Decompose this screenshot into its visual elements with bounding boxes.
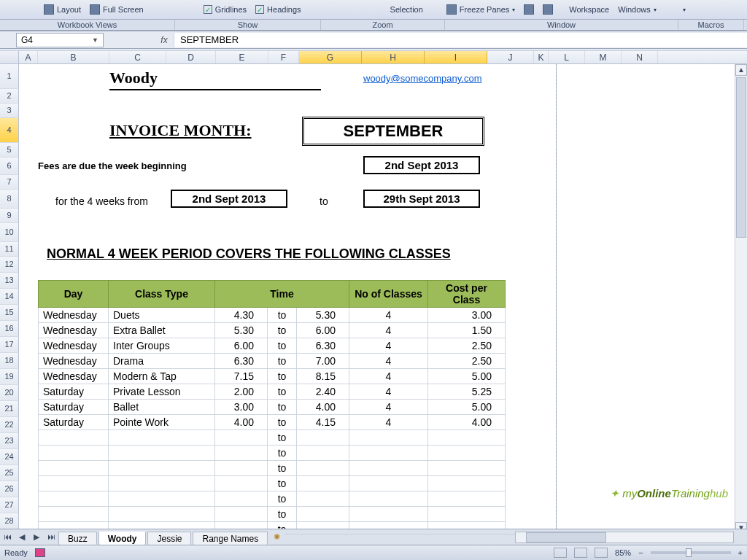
table-row[interactable]: to	[39, 461, 506, 476]
table-cell[interactable]	[349, 491, 428, 507]
table-cell[interactable]: 5.00	[428, 369, 506, 384]
col-header-K[interactable]: K	[534, 51, 549, 63]
table-cell[interactable]: 6.30	[215, 354, 268, 369]
row-header-19[interactable]: 19	[0, 369, 19, 385]
table-cell[interactable]	[39, 430, 109, 446]
table-cell[interactable]: 4.00	[215, 415, 268, 430]
table-cell[interactable]: 7.00	[297, 354, 349, 369]
table-cell[interactable]	[39, 491, 109, 507]
table-cell[interactable]: 2.50	[428, 354, 506, 369]
table-cell[interactable]	[349, 446, 428, 461]
fullscreen-button[interactable]: Full Screen	[85, 3, 148, 16]
row-header-7[interactable]: 7	[0, 175, 19, 190]
table-cell[interactable]: Wednesday	[39, 338, 109, 354]
col-header-D[interactable]: D	[166, 51, 216, 63]
table-cell[interactable]	[109, 461, 215, 476]
table-cell[interactable]	[428, 461, 506, 476]
table-cell[interactable]: 4.00	[428, 415, 506, 430]
row-header-14[interactable]: 14	[0, 289, 19, 305]
table-cell[interactable]: 5.30	[297, 308, 349, 323]
table-cell[interactable]: Saturday	[39, 384, 109, 400]
layout-button[interactable]: Layout	[39, 3, 85, 16]
table-cell[interactable]	[349, 430, 428, 446]
table-cell[interactable]: 4	[349, 308, 428, 323]
table-row[interactable]: to	[39, 446, 506, 461]
row-header-26[interactable]: 26	[0, 481, 19, 497]
col-header-A[interactable]: A	[19, 51, 38, 63]
table-cell[interactable]: Wednesday	[39, 323, 109, 338]
table-cell[interactable]: to	[268, 308, 297, 323]
row-header-21[interactable]: 21	[0, 401, 19, 417]
hscroll-thumb[interactable]	[526, 532, 606, 542]
table-cell[interactable]: 1.50	[428, 323, 506, 338]
hide-button[interactable]	[538, 3, 557, 16]
table-cell[interactable]: 5.30	[215, 323, 268, 338]
table-cell[interactable]: 6.30	[297, 338, 349, 354]
table-cell[interactable]: 4	[349, 369, 428, 384]
table-row[interactable]: WednesdayInter Groups6.00to6.3042.50	[39, 338, 506, 354]
table-cell[interactable]: to	[268, 415, 297, 430]
table-cell[interactable]	[215, 491, 268, 507]
sheet-grid[interactable]: ▲ ▼ Woody woody@somecompany.com INVOICE …	[0, 64, 747, 534]
table-row[interactable]: to	[39, 430, 506, 446]
row-header-15[interactable]: 15	[0, 305, 19, 321]
row-header-27[interactable]: 27	[0, 497, 19, 513]
table-cell[interactable]	[39, 507, 109, 522]
sheet-tab-jessie[interactable]: Jessie	[147, 532, 191, 545]
gridlines-toggle[interactable]: ✓Gridlines	[199, 4, 251, 15]
zoom-out-button[interactable]: −	[638, 548, 643, 557]
workspace-button[interactable]: Workspace	[565, 4, 614, 15]
tab-last-icon[interactable]: ⏭	[44, 530, 58, 543]
row-header-10[interactable]: 10	[0, 223, 19, 242]
table-cell[interactable]: 4	[349, 384, 428, 400]
table-cell[interactable]	[349, 476, 428, 491]
table-cell[interactable]: to	[268, 476, 297, 491]
column-headers[interactable]: ABCDEFGHIJKLMN	[0, 51, 747, 64]
sheet-tab-buzz[interactable]: Buzz	[58, 532, 97, 545]
normal-view-button[interactable]	[554, 548, 567, 558]
col-header-L[interactable]: L	[549, 51, 585, 63]
col-header-J[interactable]: J	[487, 51, 534, 63]
row-header-1[interactable]: 1	[0, 64, 19, 89]
table-cell[interactable]: 4.00	[297, 400, 349, 415]
table-cell[interactable]: 4	[349, 323, 428, 338]
row-header-4[interactable]: 4	[0, 118, 19, 143]
table-cell[interactable]: Duets	[109, 308, 215, 323]
table-cell[interactable]	[39, 446, 109, 461]
table-row[interactable]: SaturdayBallet3.00to4.0045.00	[39, 400, 506, 415]
split-button[interactable]	[519, 3, 538, 16]
headings-toggle[interactable]: ✓Headings	[251, 4, 305, 15]
row-header-9[interactable]: 9	[0, 209, 19, 223]
freeze-panes-button[interactable]: Freeze Panes ▾	[442, 3, 519, 16]
weeks-to-date[interactable]: 29th Sept 2013	[363, 190, 480, 208]
table-cell[interactable]: Wednesday	[39, 369, 109, 384]
table-row[interactable]: SaturdayPointe Work4.00to4.1544.00	[39, 415, 506, 430]
table-cell[interactable]: to	[268, 338, 297, 354]
page-break-view-button[interactable]	[595, 548, 608, 558]
tab-first-icon[interactable]: ⏮	[1, 530, 14, 543]
table-cell[interactable]: Inter Groups	[109, 338, 215, 354]
row-header-5[interactable]: 5	[0, 143, 19, 158]
table-row[interactable]: WednesdayDuets4.30to5.3043.00	[39, 308, 506, 323]
formula-input[interactable]: SEPTEMBER	[174, 33, 747, 47]
table-cell[interactable]	[349, 461, 428, 476]
col-header-C[interactable]: C	[109, 51, 166, 63]
table-cell[interactable]: 3.00	[428, 308, 506, 323]
invoice-month-box[interactable]: SEPTEMBER	[302, 117, 484, 146]
table-cell[interactable]	[215, 461, 268, 476]
table-cell[interactable]: to	[268, 491, 297, 507]
table-cell[interactable]: Wednesday	[39, 354, 109, 369]
table-cell[interactable]	[297, 461, 349, 476]
table-cell[interactable]	[109, 507, 215, 522]
table-cell[interactable]	[109, 430, 215, 446]
table-row[interactable]: to	[39, 507, 506, 522]
windows-button[interactable]: Windows ▾	[614, 4, 661, 15]
table-cell[interactable]	[428, 430, 506, 446]
table-cell[interactable]: Modern & Tap	[109, 369, 215, 384]
name-box[interactable]: G4 ▼	[16, 33, 104, 47]
table-cell[interactable]	[39, 476, 109, 491]
sheet-tab-woody[interactable]: Woody	[98, 532, 147, 545]
table-row[interactable]: WednesdayModern & Tap7.15to8.1545.00	[39, 369, 506, 384]
row-header-3[interactable]: 3	[0, 104, 19, 118]
table-cell[interactable]	[297, 430, 349, 446]
